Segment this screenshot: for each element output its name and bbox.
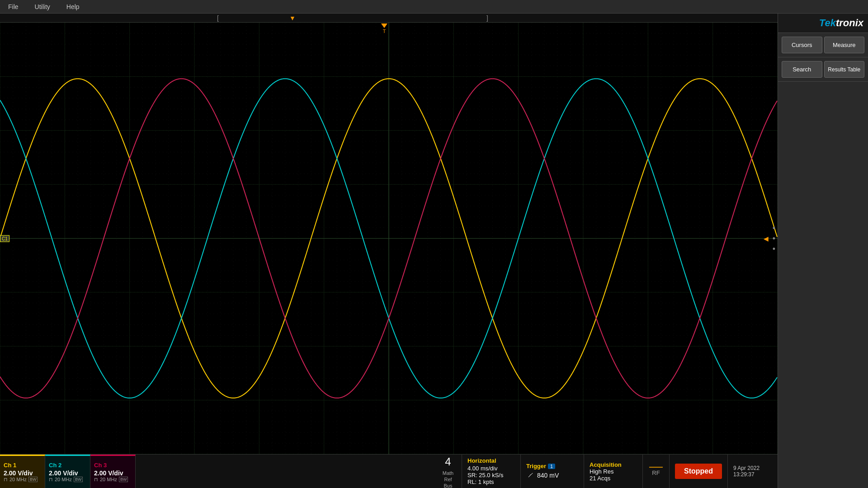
channel-3-box[interactable]: Ch 3 2.00 V/div ⊓ 20 MHz BW — [90, 455, 136, 488]
measure-button[interactable]: Measure — [824, 37, 865, 53]
ch3-coupling-icon: ⊓ — [94, 477, 98, 483]
trigger-box[interactable]: Trigger 1 ⟋ 840 mV — [521, 455, 584, 488]
waveform-container[interactable]: T C1 ◀ ••• — [0, 23, 778, 454]
stopped-box: Stopped — [670, 455, 728, 488]
ch3-label: Ch 3 — [94, 462, 132, 469]
top-button-row: Cursors Measure — [778, 33, 868, 57]
scope-area: [ ▼ ] T C1 ◀ ••• Ch 1 — [0, 14, 778, 488]
ch1-vdiv: 2.00 V/div — [4, 469, 41, 477]
ch1-label: Ch 1 — [4, 462, 41, 469]
menu-file[interactable]: File — [5, 2, 22, 11]
horizontal-record-length: RL: 1 kpts — [467, 479, 515, 485]
math-ref-label: MathRefBus — [443, 470, 453, 488]
cursors-button[interactable]: Cursors — [782, 37, 822, 53]
ch2-coupling-icon: ⊓ — [49, 477, 53, 483]
trigger-t-marker: T — [380, 23, 389, 34]
time-value: 13:29:37 — [733, 471, 772, 478]
acquisition-mode: High Res — [590, 468, 637, 475]
horizontal-box[interactable]: Horizontal 4.00 ms/div SR: 25.0 kS/s RL:… — [462, 455, 521, 488]
acquisition-acqs: 21 Acqs — [590, 475, 637, 482]
channel-2-box[interactable]: Ch 2 2.00 V/div ⊓ 20 MHz BW — [45, 455, 90, 488]
ch3-bandwidth: 20 MHz — [100, 477, 117, 482]
datetime-box: 9 Apr 2022 13:29:37 — [728, 455, 778, 488]
ch2-bandwidth: 20 MHz — [55, 477, 72, 482]
tektronix-header: Tektronix — [778, 14, 868, 33]
acquisition-title: Acquisition — [590, 461, 637, 468]
ch1-bw-badge: BW — [28, 477, 38, 482]
ch1-level-marker: C1 — [0, 235, 9, 242]
ch3-bw-badge: BW — [119, 477, 128, 482]
ch2-label: Ch 2 — [49, 462, 86, 469]
results-table-button[interactable]: Results Table — [824, 61, 865, 78]
trigger-slope-icon: ⟋ — [526, 470, 534, 480]
menubar: File Utility Help — [0, 0, 868, 14]
ch1-coupling-icon: ⊓ — [4, 477, 8, 483]
math-ref-number: 4 — [445, 455, 451, 468]
tektronix-logo: Tektronix — [819, 17, 863, 28]
status-spacer — [136, 455, 434, 488]
trigger-bar: [ ▼ ] — [0, 14, 778, 23]
dots-menu[interactable]: ••• — [773, 223, 775, 253]
main-layout: [ ▼ ] T C1 ◀ ••• Ch 1 — [0, 14, 868, 488]
trigger-row: ⟋ 840 mV — [526, 470, 578, 480]
waveform-canvas — [0, 23, 778, 454]
acquisition-box[interactable]: Acquisition High Res 21 Acqs — [584, 455, 643, 488]
menu-utility[interactable]: Utility — [31, 2, 54, 11]
ch1-bandwidth: 20 MHz — [9, 477, 27, 482]
horizontal-sample-rate: SR: 25.0 kS/s — [467, 472, 515, 479]
trigger-title: Trigger — [526, 463, 546, 469]
search-button[interactable]: Search — [782, 61, 822, 78]
rf-line — [649, 467, 663, 468]
ch2-vdiv: 2.00 V/div — [49, 469, 86, 477]
status-bar: Ch 1 2.00 V/div ⊓ 20 MHz BW Ch 2 2.00 V/… — [0, 454, 778, 488]
ch3-detail: ⊓ 20 MHz BW — [94, 477, 132, 483]
math-ref-bus-box[interactable]: 4 MathRefBus — [434, 455, 462, 488]
right-panel: Tektronix Cursors Measure Search Results… — [778, 14, 868, 488]
channel-1-box[interactable]: Ch 1 2.00 V/div ⊓ 20 MHz BW — [0, 455, 45, 488]
run-stop-button[interactable]: Stopped — [675, 464, 722, 479]
ch3-vdiv: 2.00 V/div — [94, 469, 132, 477]
ch1-detail: ⊓ 20 MHz BW — [4, 477, 41, 483]
ch2-bw-badge: BW — [74, 477, 83, 482]
trigger-channel-badge: 1 — [548, 464, 555, 469]
rf-box[interactable]: RF — [643, 455, 670, 488]
trigger-level: 840 mV — [537, 472, 559, 479]
rf-label: RF — [652, 469, 660, 476]
horizontal-time-div: 4.00 ms/div — [467, 465, 515, 472]
date-value: 9 Apr 2022 — [733, 465, 772, 471]
menu-help[interactable]: Help — [63, 2, 83, 11]
ch2-detail: ⊓ 20 MHz BW — [49, 477, 86, 483]
trigger-level-marker: ◀ — [764, 235, 769, 242]
bottom-button-row: Search Results Table — [778, 57, 868, 82]
horizontal-title: Horizontal — [467, 457, 515, 464]
